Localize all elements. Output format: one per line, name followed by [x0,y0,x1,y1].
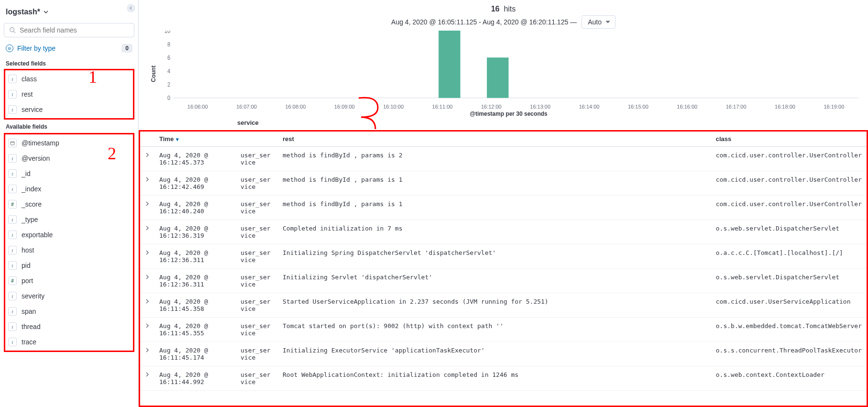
svg-text:6: 6 [167,54,170,61]
xtick-label: 16:15:00 [614,104,662,110]
field-item--index[interactable]: t_index [6,181,132,197]
expand-row-button[interactable] [140,269,154,293]
chart-svg[interactable]: 0246810 [159,31,858,102]
svg-text:2: 2 [167,81,170,88]
field-type-icon: t [8,231,17,239]
xtick-label: 16:09:00 [320,104,369,110]
field-item--score[interactable]: #_score [6,197,132,212]
field-name: _score [22,200,42,208]
field-type-icon: t [8,338,17,346]
field-item-trace[interactable]: ttrace [6,334,132,350]
field-name: host [22,246,34,254]
cell-class: o.s.b.w.embedded.tomcat.TomcatWebServer [711,318,867,342]
cell-service: user_service [241,244,278,269]
table-row[interactable]: Aug 4, 2020 @ 16:11:45.174 user_service … [140,342,867,366]
collapse-sidebar-button[interactable] [127,4,135,12]
cell-service: user_service [241,366,278,391]
chevron-right-icon [145,323,150,328]
interval-select[interactable]: Auto [582,15,615,29]
field-item-pid[interactable]: tpid [6,258,132,273]
field-name: @version [22,154,50,162]
hits-count: 16 [491,5,500,13]
expand-row-button[interactable] [140,318,154,342]
discover-header: 16 hits Aug 4, 2020 @ 16:05:11.125 - Aug… [139,0,868,29]
cell-time: Aug 4, 2020 @ 16:11:45.174 [154,342,241,366]
expand-row-button[interactable] [140,342,154,366]
available-fields-title: Available fields [4,120,134,132]
time-range-line: Aug 4, 2020 @ 16:05:11.125 - Aug 4, 2020… [139,15,868,29]
xtick-label: 16:17:00 [712,104,760,110]
cell-class: o.s.web.servlet.DispatcherServlet [711,269,867,293]
col-time[interactable]: Time ▾ [154,132,241,147]
xtick-label: 16:07:00 [222,104,271,110]
field-item--version[interactable]: t@version [6,151,132,166]
cell-time: Aug 4, 2020 @ 16:12:45.373 [154,147,241,171]
field-item-host[interactable]: thost [6,242,132,258]
field-name: exportable [22,231,53,239]
index-pattern-selector[interactable]: logstash* [4,4,134,20]
expand-row-button[interactable] [140,244,154,269]
xtick-label: 16:12:00 [467,104,516,110]
table-row[interactable]: Aug 4, 2020 @ 16:12:36.319 user_service … [140,220,867,244]
field-item--type[interactable]: t_type [6,212,132,227]
expand-row-button[interactable] [140,171,154,196]
interval-selected-value: Auto [588,18,602,26]
expand-row-button[interactable] [140,147,154,171]
col-rest[interactable]: rest [278,132,711,147]
cell-service: user_service [241,196,278,220]
expand-row-button[interactable] [140,220,154,244]
table-row[interactable]: Aug 4, 2020 @ 16:12:36.311 user_service … [140,244,867,269]
field-item-thread[interactable]: tthread [6,319,132,334]
table-row[interactable]: Aug 4, 2020 @ 16:12:36.311 user_service … [140,269,867,293]
col-class[interactable]: class [711,132,867,147]
field-type-icon: t [8,307,17,316]
svg-rect-2 [11,142,14,145]
col-service[interactable] [241,132,278,147]
table-row[interactable]: Aug 4, 2020 @ 16:12:42.469 user_service … [140,171,867,196]
selected-fields-box: tclasstresttservice [4,69,134,120]
filter-by-type-button[interactable]: ⊜ Filter by type [6,44,55,52]
field-item-port[interactable]: #port [6,273,132,288]
table-row[interactable]: Aug 4, 2020 @ 16:11:44.992 user_service … [140,366,867,391]
field-item-span[interactable]: tspan [6,304,132,319]
xtick-label: 16:11:00 [418,104,467,110]
field-item-rest[interactable]: trest [6,87,132,102]
available-fields-box: @timestampt@versiont_idt_index#_scoret_t… [4,133,134,352]
field-name: severity [22,292,44,300]
field-item--timestamp[interactable]: @timestamp [6,135,132,151]
cell-rest: Initializing Servlet 'dispatcherServlet' [278,269,711,293]
expand-row-button[interactable] [140,196,154,220]
field-search-input[interactable] [20,26,129,34]
field-type-icon: t [8,215,17,224]
field-type-icon: t [8,261,17,270]
field-item--id[interactable]: t_id [6,166,132,181]
chevron-right-icon [145,372,150,377]
stray-column-header-top: service [139,117,868,126]
field-item-exportable[interactable]: texportable [6,227,132,242]
chevron-right-icon [145,226,150,231]
field-name: span [22,308,36,315]
xtick-label: 16:08:00 [271,104,320,110]
cell-rest: method is findById , params is 2 [278,147,711,171]
table-row[interactable]: Aug 4, 2020 @ 16:12:45.373 user_service … [140,147,867,171]
table-row[interactable]: Aug 4, 2020 @ 16:11:45.358 user_service … [140,293,867,318]
cell-rest: method is findById , params is 1 [278,196,711,220]
expand-row-button[interactable] [140,366,154,391]
field-item-service[interactable]: tservice [6,102,132,117]
field-item-severity[interactable]: tseverity [6,288,132,304]
field-item-class[interactable]: tclass [6,71,132,87]
sort-desc-icon: ▾ [175,136,179,142]
field-type-icon [8,139,17,147]
cell-time: Aug 4, 2020 @ 16:11:44.992 [154,366,241,391]
histogram-bar[interactable] [487,57,508,98]
field-name: class [22,75,37,83]
cell-service: user_service [241,269,278,293]
time-range-text: Aug 4, 2020 @ 16:05:11.125 - Aug 4, 2020… [391,18,577,26]
table-row[interactable]: Aug 4, 2020 @ 16:12:40.240 user_service … [140,196,867,220]
field-search-box[interactable] [4,23,134,37]
field-type-icon: t [8,90,17,99]
table-row[interactable]: Aug 4, 2020 @ 16:11:45.355 user_service … [140,318,867,342]
fields-sidebar: logstash* ⊜ Filter by type 0 Selected fi… [0,0,139,407]
expand-row-button[interactable] [140,293,154,318]
histogram-bar[interactable] [439,31,460,98]
